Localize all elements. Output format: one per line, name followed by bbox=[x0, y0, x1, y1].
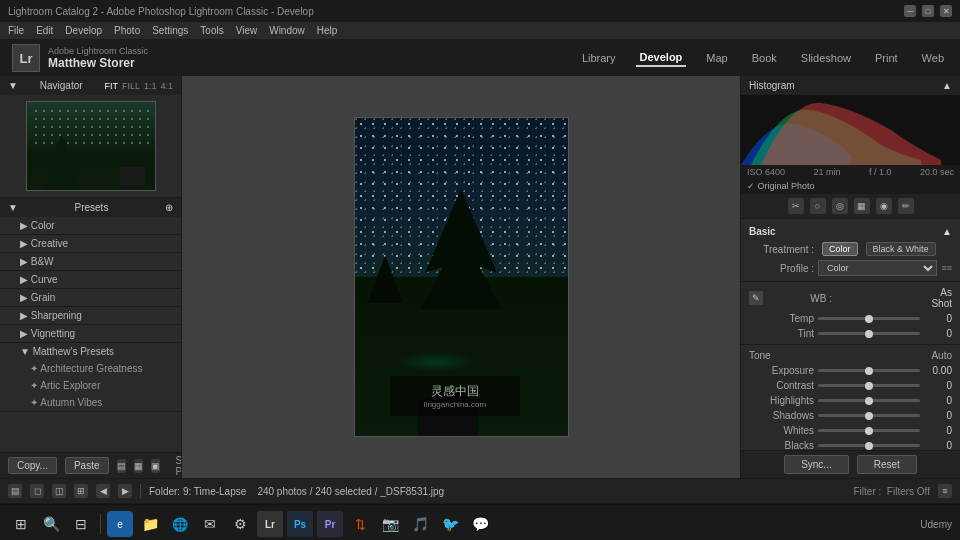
brush-tool[interactable]: ✏ bbox=[898, 198, 914, 214]
profile-select[interactable]: Color bbox=[818, 260, 937, 276]
pr-taskbar-icon[interactable]: Pr bbox=[317, 511, 343, 537]
tone-auto[interactable]: Auto bbox=[931, 350, 952, 361]
highlights-label: Highlights bbox=[749, 395, 814, 406]
shadows-slider[interactable] bbox=[818, 414, 920, 417]
tab-web[interactable]: Web bbox=[918, 50, 948, 66]
start-button[interactable]: ⊞ bbox=[8, 511, 34, 537]
tab-book[interactable]: Book bbox=[748, 50, 781, 66]
crop-tool[interactable]: ✂ bbox=[788, 198, 804, 214]
profile-browse[interactable]: ≡≡ bbox=[941, 263, 952, 273]
tint-slider[interactable] bbox=[818, 332, 920, 335]
filezilla-icon[interactable]: ⇅ bbox=[347, 511, 373, 537]
tab-develop[interactable]: Develop bbox=[636, 49, 687, 67]
tint-thumb[interactable] bbox=[865, 330, 873, 338]
gradient-tool[interactable]: ▦ bbox=[854, 198, 870, 214]
grid-view-btn[interactable]: ▤ bbox=[8, 484, 22, 498]
nav-prev-btn[interactable]: ◀ bbox=[96, 484, 110, 498]
view-toggle-1[interactable]: ▤ bbox=[117, 459, 126, 473]
ps-taskbar-icon[interactable]: Ps bbox=[287, 511, 313, 537]
menu-settings[interactable]: Settings bbox=[152, 25, 188, 36]
tab-map[interactable]: Map bbox=[702, 50, 731, 66]
highlights-slider[interactable] bbox=[818, 399, 920, 402]
navigator-header[interactable]: ▼ Navigator FIT FILL 1:1 4:1 bbox=[0, 76, 181, 95]
misc-icon-1[interactable]: 📷 bbox=[377, 511, 403, 537]
sync-button[interactable]: Sync... bbox=[784, 455, 849, 474]
misc-icon-3[interactable]: 🐦 bbox=[437, 511, 463, 537]
blacks-thumb[interactable] bbox=[865, 442, 873, 450]
preset-grain[interactable]: ▶ Grain bbox=[0, 289, 181, 306]
edge-icon[interactable]: e bbox=[107, 511, 133, 537]
tone-header: Tone Auto bbox=[741, 348, 960, 363]
shadows-thumb[interactable] bbox=[865, 412, 873, 420]
sync-reset-bar: Sync... Reset bbox=[741, 450, 960, 478]
preset-curve[interactable]: ▶ Curve bbox=[0, 271, 181, 288]
nav-next-btn[interactable]: ▶ bbox=[118, 484, 132, 498]
color-btn[interactable]: Color bbox=[822, 242, 858, 256]
menu-help[interactable]: Help bbox=[317, 25, 338, 36]
menu-tools[interactable]: Tools bbox=[200, 25, 223, 36]
preset-sharpening[interactable]: ▶ Sharpening bbox=[0, 307, 181, 324]
taskview-btn[interactable]: ⊟ bbox=[68, 511, 94, 537]
four-btn[interactable]: 4:1 bbox=[160, 81, 173, 91]
one-btn[interactable]: 1:1 bbox=[144, 81, 157, 91]
preset-artic[interactable]: ✦ Artic Explorer bbox=[0, 377, 181, 394]
preset-vignetting[interactable]: ▶ Vignetting bbox=[0, 325, 181, 342]
explorer-icon[interactable]: 📁 bbox=[137, 511, 163, 537]
temp-slider[interactable] bbox=[818, 317, 920, 320]
spot-tool[interactable]: ○ bbox=[810, 198, 826, 214]
maximize-button[interactable]: □ bbox=[922, 5, 934, 17]
fit-btn[interactable]: FIT bbox=[104, 81, 118, 91]
shadows-row: Shadows 0 bbox=[741, 408, 960, 423]
copy-button[interactable]: Copy... bbox=[8, 457, 57, 474]
paste-button[interactable]: Paste bbox=[65, 457, 109, 474]
search-taskbar[interactable]: 🔍 bbox=[38, 511, 64, 537]
menu-file[interactable]: File bbox=[8, 25, 24, 36]
contrast-thumb[interactable] bbox=[865, 382, 873, 390]
survey-btn[interactable]: ⊞ bbox=[74, 484, 88, 498]
blacks-slider[interactable] bbox=[818, 444, 920, 447]
view-toggle-2[interactable]: ▦ bbox=[134, 459, 143, 473]
preset-autumn[interactable]: ✦ Autumn Vibes bbox=[0, 394, 181, 411]
whites-slider[interactable] bbox=[818, 429, 920, 432]
tab-slideshow[interactable]: Slideshow bbox=[797, 50, 855, 66]
eyedropper-icon[interactable]: ✎ bbox=[749, 291, 763, 305]
fill-btn[interactable]: FILL bbox=[122, 81, 140, 91]
compare-btn[interactable]: ◫ bbox=[52, 484, 66, 498]
tab-library[interactable]: Library bbox=[578, 50, 620, 66]
menu-edit[interactable]: Edit bbox=[36, 25, 53, 36]
preset-bw[interactable]: ▶ B&W bbox=[0, 253, 181, 270]
settings-icon[interactable]: ⚙ bbox=[227, 511, 253, 537]
mail-icon[interactable]: ✉ bbox=[197, 511, 223, 537]
contrast-slider[interactable] bbox=[818, 384, 920, 387]
menu-develop[interactable]: Develop bbox=[65, 25, 102, 36]
preset-matthews[interactable]: ▼ Matthew's Presets bbox=[0, 343, 181, 360]
radial-tool[interactable]: ◉ bbox=[876, 198, 892, 214]
filter-toggle[interactable]: ≡ bbox=[938, 484, 952, 498]
preset-creative[interactable]: ▶ Creative bbox=[0, 235, 181, 252]
lr-taskbar-icon[interactable]: Lr bbox=[257, 511, 283, 537]
basic-section-header[interactable]: Basic ▲ bbox=[741, 223, 960, 240]
whites-thumb[interactable] bbox=[865, 427, 873, 435]
exposure-slider[interactable] bbox=[818, 369, 920, 372]
exposure-thumb[interactable] bbox=[865, 367, 873, 375]
chrome-icon[interactable]: 🌐 bbox=[167, 511, 193, 537]
misc-icon-2[interactable]: 🎵 bbox=[407, 511, 433, 537]
tab-print[interactable]: Print bbox=[871, 50, 902, 66]
preset-architecture[interactable]: ✦ Architecture Greatness bbox=[0, 360, 181, 377]
menu-window[interactable]: Window bbox=[269, 25, 305, 36]
preset-color[interactable]: ▶ Color bbox=[0, 217, 181, 234]
loupe-view-btn[interactable]: ◻ bbox=[30, 484, 44, 498]
minimize-button[interactable]: ─ bbox=[904, 5, 916, 17]
reset-button[interactable]: Reset bbox=[857, 455, 917, 474]
view-toggle-3[interactable]: ▣ bbox=[151, 459, 160, 473]
bw-btn[interactable]: Black & White bbox=[866, 242, 936, 256]
misc-icon-4[interactable]: 💬 bbox=[467, 511, 493, 537]
histogram-header[interactable]: Histogram ▲ bbox=[741, 76, 960, 95]
redeye-tool[interactable]: ◎ bbox=[832, 198, 848, 214]
menu-view[interactable]: View bbox=[236, 25, 258, 36]
close-button[interactable]: ✕ bbox=[940, 5, 952, 17]
menu-photo[interactable]: Photo bbox=[114, 25, 140, 36]
presets-header[interactable]: ▼ Presets ⊕ bbox=[0, 198, 181, 217]
temp-thumb[interactable] bbox=[865, 315, 873, 323]
highlights-thumb[interactable] bbox=[865, 397, 873, 405]
